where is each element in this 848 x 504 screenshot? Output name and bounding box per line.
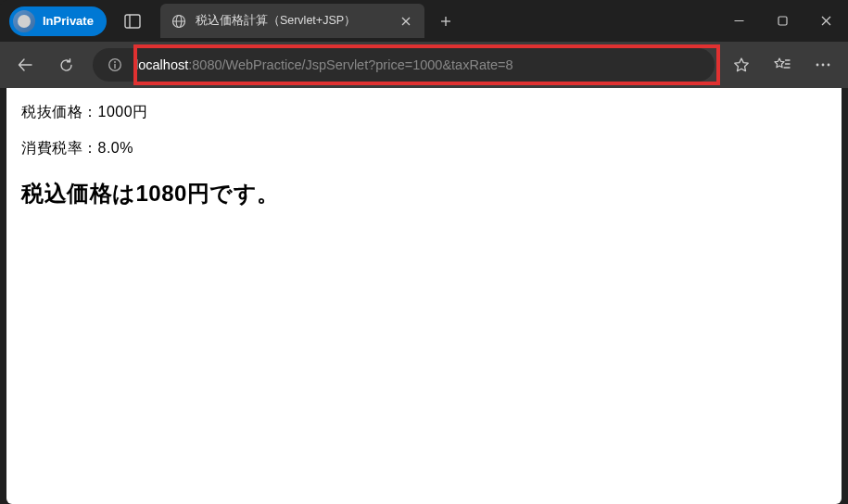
svg-point-20: [822, 64, 825, 67]
url-text: localhost:8080/WebPractice/JspServlet?pr…: [132, 57, 707, 72]
ellipsis-icon: [816, 63, 830, 67]
svg-rect-10: [778, 17, 787, 25]
arrow-left-icon: [17, 57, 33, 73]
addressbar-container: localhost:8080/WebPractice/JspServlet?pr…: [93, 48, 715, 82]
inprivate-badge[interactable]: InPrivate: [9, 6, 107, 36]
favorite-button[interactable]: [724, 47, 759, 82]
favorites-list-button[interactable]: [765, 47, 800, 82]
svg-rect-0: [125, 15, 140, 28]
menu-button[interactable]: [805, 47, 841, 82]
url-host: localhost: [135, 57, 188, 72]
minimize-button[interactable]: [717, 0, 761, 42]
addressbar[interactable]: localhost:8080/WebPractice/JspServlet?pr…: [93, 48, 715, 82]
tab-title: 税込価格計算（Servlet+JSP）: [196, 13, 386, 29]
star-icon: [733, 57, 750, 73]
back-button[interactable]: [7, 47, 43, 82]
maximize-icon: [778, 16, 788, 26]
svg-point-21: [828, 64, 830, 67]
close-icon: [821, 16, 831, 26]
star-list-icon: [773, 57, 791, 73]
window-controls: [717, 0, 848, 42]
titlebar: InPrivate 税込価格計算（Servlet+JSP）: [0, 0, 848, 42]
site-info-button[interactable]: [100, 50, 130, 80]
toolbar: localhost:8080/WebPractice/JspServlet?pr…: [0, 42, 848, 88]
window-close-button[interactable]: [804, 0, 848, 42]
maximize-button[interactable]: [761, 0, 804, 42]
price-with-tax-result: 税込価格は1080円です。: [21, 179, 827, 208]
tabs-panel-button[interactable]: [123, 13, 142, 30]
tab-close-button[interactable]: [395, 10, 417, 32]
close-icon: [401, 17, 411, 26]
browser-tab[interactable]: 税込価格計算（Servlet+JSP）: [160, 4, 424, 38]
globe-icon: [171, 14, 186, 29]
new-tab-button[interactable]: [432, 7, 460, 35]
price-without-tax: 税抜価格：1000円: [21, 103, 827, 122]
svg-point-14: [114, 61, 116, 63]
refresh-button[interactable]: [48, 47, 83, 82]
info-icon: [108, 57, 122, 72]
tax-rate: 消費税率：8.0%: [21, 139, 827, 158]
plus-icon: [440, 16, 451, 27]
inprivate-label: InPrivate: [43, 14, 94, 28]
minimize-icon: [734, 16, 744, 26]
page-content: 税抜価格：1000円 消費税率：8.0% 税込価格は1080円です。: [6, 88, 842, 504]
url-rest: :8080/WebPractice/JspServlet?price=1000&…: [188, 57, 513, 72]
inprivate-avatar-icon: [13, 10, 35, 32]
svg-point-19: [816, 64, 819, 67]
toolbar-right: [724, 47, 841, 82]
refresh-icon: [58, 57, 74, 73]
